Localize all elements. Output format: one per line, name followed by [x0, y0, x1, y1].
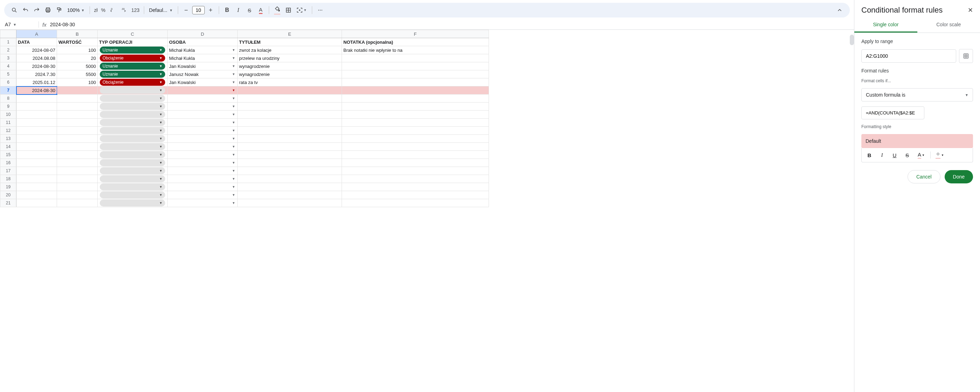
row-header[interactable]: 9	[0, 102, 16, 111]
cell[interactable]: ▼	[168, 159, 238, 167]
search-icon[interactable]	[9, 5, 20, 15]
spreadsheet-grid[interactable]: ABCDEF1DATAWARTOŚĆTYP OPERACJIOSOBATYTUŁ…	[0, 30, 854, 392]
cell[interactable]: ▼	[168, 183, 238, 191]
row-header[interactable]: 6	[0, 78, 16, 86]
cell[interactable]: ▼	[98, 199, 168, 207]
cell[interactable]: Michał Kukla▼	[168, 46, 238, 54]
dropdown-icon[interactable]: ▼	[232, 137, 235, 140]
type-chip[interactable]: Uznanie▼	[100, 71, 165, 78]
cell[interactable]: 5500	[57, 70, 98, 78]
dropdown-icon[interactable]: ▼	[232, 72, 235, 76]
cell[interactable]: Michał Kukla▼	[168, 54, 238, 62]
cell[interactable]	[16, 119, 57, 127]
done-button[interactable]: Done	[945, 170, 973, 183]
font-size-input[interactable]	[192, 6, 205, 14]
row-header[interactable]: 16	[0, 159, 16, 167]
row-header[interactable]: 19	[0, 183, 16, 191]
row-header[interactable]: 7	[0, 86, 16, 94]
row-header[interactable]: 15	[0, 151, 16, 159]
cell[interactable]: ▼	[168, 175, 238, 183]
cell[interactable]: Uznanie▼	[98, 70, 168, 78]
cell[interactable]: Brak notatki nie wpłynie to na	[342, 46, 489, 54]
cell[interactable]: Jan Kowalski▼	[168, 62, 238, 70]
cell[interactable]: ▼	[98, 191, 168, 199]
type-chip[interactable]: Uznanie▼	[100, 46, 165, 54]
cell[interactable]: ▼	[98, 159, 168, 167]
cell[interactable]	[57, 127, 98, 135]
type-chip[interactable]: ▼	[100, 119, 165, 126]
type-chip[interactable]: Obciążenie▼	[100, 54, 165, 62]
type-chip[interactable]: ▼	[100, 127, 165, 134]
type-chip[interactable]: ▼	[100, 87, 165, 94]
cell[interactable]	[342, 143, 489, 151]
increase-font-icon[interactable]: +	[205, 5, 216, 15]
header-cell[interactable]: OSOBA	[168, 38, 238, 46]
cell[interactable]: ▼	[98, 94, 168, 102]
cell[interactable]: Janusz Nowak▼	[168, 70, 238, 78]
cell[interactable]	[342, 151, 489, 159]
select-all-corner[interactable]	[0, 30, 16, 38]
cell[interactable]	[16, 102, 57, 111]
type-chip[interactable]: ▼	[100, 167, 165, 174]
cell[interactable]	[57, 86, 98, 94]
cell[interactable]: rata za tv	[238, 78, 342, 86]
merge-button[interactable]: ▼	[294, 5, 309, 15]
strike-button[interactable]: S	[902, 150, 912, 160]
cell[interactable]	[57, 151, 98, 159]
cell[interactable]: 2024-08-07	[16, 46, 57, 54]
cell[interactable]: 2024.08.08	[16, 54, 57, 62]
cell[interactable]	[238, 183, 342, 191]
cell[interactable]	[342, 175, 489, 183]
vertical-scrollbar[interactable]	[850, 35, 854, 45]
fill-color-button[interactable]: ▼	[934, 150, 946, 160]
cell[interactable]: ▼	[168, 143, 238, 151]
row-header[interactable]: 14	[0, 143, 16, 151]
cell[interactable]: 5000	[57, 62, 98, 70]
cell[interactable]: ▼	[168, 135, 238, 143]
row-header[interactable]: 3	[0, 54, 16, 62]
cell[interactable]: 2024-08-30	[16, 62, 57, 70]
cell[interactable]	[16, 191, 57, 199]
cell[interactable]	[238, 167, 342, 175]
collapse-icon[interactable]	[834, 5, 845, 15]
selected-cell[interactable]: 2024-08-30	[16, 86, 57, 94]
cell[interactable]	[16, 167, 57, 175]
row-header[interactable]: 18	[0, 175, 16, 183]
select-range-icon[interactable]	[959, 49, 973, 63]
cell[interactable]	[342, 54, 489, 62]
header-cell[interactable]: NOTATKA (opcjonalna)	[342, 38, 489, 46]
cell[interactable]	[57, 94, 98, 102]
decrease-decimal-icon[interactable]: .0	[107, 5, 118, 15]
col-header[interactable]: E	[238, 30, 342, 38]
cell[interactable]: przelew na urodziny	[238, 54, 342, 62]
text-color-button[interactable]: A	[256, 5, 266, 15]
header-cell[interactable]: DATA	[16, 38, 57, 46]
fill-color-button[interactable]	[272, 5, 282, 15]
col-header[interactable]: A	[16, 30, 57, 38]
dropdown-icon[interactable]: ▼	[232, 56, 235, 60]
cell[interactable]: 20	[57, 54, 98, 62]
cell[interactable]: ▼	[98, 86, 168, 94]
close-icon[interactable]: ✕	[968, 6, 973, 14]
row-header[interactable]: 8	[0, 94, 16, 102]
cell[interactable]	[16, 159, 57, 167]
cell[interactable]	[342, 159, 489, 167]
cell[interactable]	[57, 119, 98, 127]
row-header[interactable]: 17	[0, 167, 16, 175]
text-color-button[interactable]: A▼	[915, 150, 928, 160]
cell[interactable]	[57, 143, 98, 151]
cell[interactable]: ▼	[168, 119, 238, 127]
row-header[interactable]: 21	[0, 199, 16, 207]
cell[interactable]: ▼	[168, 199, 238, 207]
italic-button[interactable]: I	[233, 5, 243, 15]
dropdown-icon[interactable]: ▼	[232, 129, 235, 132]
formula-input[interactable]: 2024-08-30	[50, 22, 75, 27]
cell[interactable]	[238, 151, 342, 159]
type-chip[interactable]: ▼	[100, 143, 165, 150]
cell[interactable]	[16, 151, 57, 159]
borders-button[interactable]	[283, 5, 294, 15]
cell[interactable]: ▼	[98, 111, 168, 119]
cell[interactable]	[342, 167, 489, 175]
cancel-button[interactable]: Cancel	[908, 170, 940, 183]
dropdown-icon[interactable]: ▼	[232, 105, 235, 108]
